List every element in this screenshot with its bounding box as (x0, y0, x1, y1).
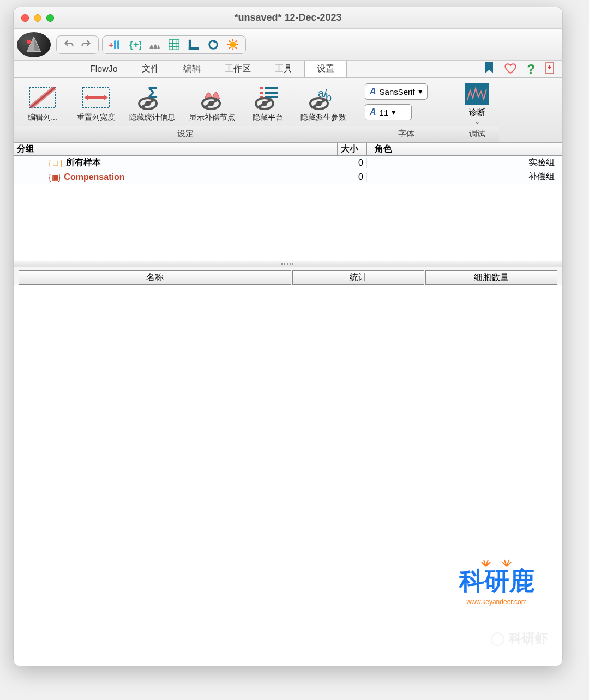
font-size-select[interactable]: A 11 ▾ (365, 104, 412, 120)
braces-icon: { □ } (49, 159, 63, 167)
new-doc-icon[interactable] (545, 62, 556, 77)
bookmark-icon[interactable] (484, 62, 494, 76)
menu-workspace[interactable]: 工作区 (213, 61, 263, 77)
svg-rect-42 (265, 92, 278, 94)
quick-actions-group: + {+} (102, 35, 246, 54)
groups-table: 分组 大小 角色 { □ } 所有样本 0 实验组 {▦} Compensati… (14, 143, 562, 261)
app-logo[interactable] (17, 32, 51, 57)
groups-table-empty (14, 184, 562, 261)
grid-icon[interactable] (166, 37, 182, 53)
undo-button[interactable] (61, 37, 77, 53)
menu-flowjo[interactable]: FlowJo (78, 61, 130, 77)
dropdown-icon: ▾ (418, 87, 423, 96)
cycle-icon[interactable] (205, 37, 221, 53)
svg-rect-45 (260, 92, 263, 94)
font-a-icon: A (370, 107, 376, 117)
svg-rect-4 (114, 40, 116, 49)
svg-marker-32 (84, 95, 88, 100)
watermark-corner: ◯ 科研虾 (490, 630, 548, 647)
ribbon-group-label-font: 字体 (357, 126, 455, 142)
ribbon-group-settings: 编辑列... 重置列宽度 Σ 隐藏统计信息 显示补偿节点 隐藏平台 (14, 78, 357, 142)
minimize-button[interactable] (34, 14, 41, 22)
svg-point-14 (209, 40, 218, 49)
col-name[interactable]: 名称 (19, 270, 291, 285)
groups-table-header: 分组 大小 角色 (14, 143, 562, 156)
ruler-icon[interactable] (185, 37, 202, 53)
menubar: FlowJo 文件 编辑 工作区 工具 设置 ? (14, 61, 562, 78)
quick-toolbar: + {+} (14, 29, 562, 61)
table-row[interactable]: {▦} Compensation 0 补偿组 (14, 170, 562, 184)
window-controls (21, 14, 54, 22)
svg-line-20 (229, 40, 231, 42)
svg-line-23 (236, 40, 237, 42)
font-a-icon: A (370, 87, 376, 96)
edit-columns-button[interactable]: 编辑列... (16, 82, 69, 125)
menubar-right-icons: ? (484, 62, 556, 77)
table-row[interactable]: { □ } 所有样本 0 实验组 (14, 156, 562, 170)
window-title: *unsaved* 12-Dec-2023 (14, 12, 562, 23)
col-size[interactable]: 大小 (338, 143, 367, 155)
menu-tools[interactable]: 工具 (263, 61, 304, 77)
menu-settings[interactable]: 设置 (304, 61, 347, 77)
svg-marker-33 (104, 95, 108, 100)
close-button[interactable] (21, 14, 29, 22)
svg-rect-13 (189, 47, 199, 50)
col-cells[interactable]: 细胞数量 (425, 270, 557, 285)
svg-point-15 (230, 41, 236, 47)
burst-icon[interactable] (225, 37, 241, 53)
svg-rect-5 (117, 40, 119, 49)
row-role: 实验组 (367, 157, 562, 168)
svg-line-22 (229, 47, 231, 49)
watermark-logo: 科研鹿 — www.keyandeer.com — (458, 557, 535, 606)
hide-derived-params-button[interactable]: a/b 隐藏派生参数 (293, 82, 354, 125)
svg-text:{+}: {+} (129, 39, 141, 50)
heart-icon[interactable] (504, 62, 517, 76)
row-name: Compensation (64, 172, 124, 182)
chevron-down-icon: ⌄ (474, 118, 480, 125)
row-role: 补偿组 (367, 171, 562, 183)
svg-line-40 (203, 99, 219, 108)
col-stat[interactable]: 统计 (292, 270, 424, 285)
undo-redo-group (56, 35, 99, 54)
titlebar: *unsaved* 12-Dec-2023 (14, 7, 562, 29)
row-size: 0 (338, 158, 367, 168)
ribbon: 编辑列... 重置列宽度 Σ 隐藏统计信息 显示补偿节点 隐藏平台 (14, 78, 562, 143)
peaks-icon[interactable] (146, 37, 163, 53)
details-table-header: 名称 统计 细胞数量 (18, 270, 558, 285)
svg-rect-7 (169, 39, 179, 49)
splitter-handle[interactable] (14, 261, 562, 267)
matrix-icon: {▦} (49, 173, 61, 182)
dropdown-icon: ▾ (392, 107, 396, 117)
hide-statistics-button[interactable]: Σ 隐藏统计信息 (123, 82, 182, 125)
svg-rect-44 (260, 87, 263, 89)
reset-column-width-button[interactable]: 重置列宽度 (69, 82, 123, 125)
menu-file[interactable]: 文件 (130, 61, 171, 77)
ribbon-group-debug: 诊断 ⌄ 调试 (455, 78, 499, 142)
svg-point-2 (27, 40, 31, 44)
help-icon[interactable]: ? (527, 62, 535, 77)
add-tube-icon[interactable]: + (107, 37, 123, 53)
maximize-button[interactable] (46, 14, 54, 22)
col-group[interactable]: 分组 (14, 143, 338, 155)
redo-button[interactable] (77, 37, 94, 53)
add-braces-icon[interactable]: {+} (127, 37, 143, 53)
row-size: 0 (338, 172, 367, 182)
svg-line-21 (236, 47, 237, 49)
show-compensation-button[interactable]: 显示补偿节点 (182, 82, 243, 125)
details-table-empty (14, 285, 562, 666)
hide-platform-button[interactable]: 隐藏平台 (243, 82, 293, 125)
font-name-value: SansSerif (380, 87, 415, 96)
font-name-select[interactable]: A SansSerif ▾ (365, 83, 428, 100)
svg-rect-41 (265, 87, 278, 89)
row-name: 所有样本 (66, 157, 101, 168)
svg-text:+: + (109, 40, 113, 50)
col-role[interactable]: 角色 (367, 143, 562, 155)
menu-edit[interactable]: 编辑 (171, 61, 213, 77)
svg-line-49 (257, 99, 272, 108)
svg-line-54 (311, 99, 327, 108)
diagnostics-button[interactable]: 诊断 ⌄ (455, 78, 499, 125)
font-size-value: 11 (380, 108, 389, 117)
ribbon-group-label-debug: 调试 (455, 126, 499, 142)
ribbon-group-font: A SansSerif ▾ A 11 ▾ 字体 (357, 78, 455, 142)
svg-line-29 (31, 88, 55, 107)
